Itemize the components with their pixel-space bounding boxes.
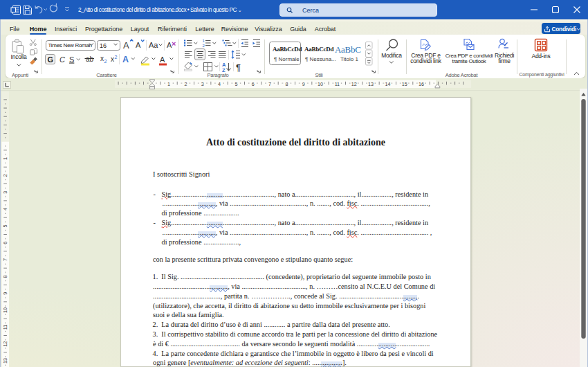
svg-text:3: 3 xyxy=(2,191,8,194)
svg-text:2: 2 xyxy=(2,174,8,177)
svg-text:11: 11 xyxy=(335,81,340,87)
svg-text:2: 2 xyxy=(184,81,187,87)
svg-text:AaBbCcDd: AaBbCcDd xyxy=(273,46,302,53)
svg-text:15: 15 xyxy=(402,81,407,87)
svg-text:4: 4 xyxy=(218,81,221,87)
svg-text:G: G xyxy=(48,55,54,64)
svg-text:1: 1 xyxy=(167,81,170,87)
svg-text:S: S xyxy=(69,55,74,64)
svg-text:x: x xyxy=(111,55,114,63)
svg-text:1: 1 xyxy=(203,39,205,43)
svg-text:9: 9 xyxy=(302,81,305,87)
svg-text:A: A xyxy=(167,41,172,49)
svg-text:10: 10 xyxy=(318,81,323,87)
svg-text:11: 11 xyxy=(2,325,8,330)
svg-text:¶ Nessuna...: ¶ Nessuna... xyxy=(305,56,336,62)
svg-text:16: 16 xyxy=(100,42,107,49)
svg-text:13: 13 xyxy=(2,358,8,364)
svg-text:Aa: Aa xyxy=(149,41,158,49)
svg-text:7: 7 xyxy=(2,258,8,261)
svg-text:3: 3 xyxy=(201,81,204,87)
svg-text:1: 1 xyxy=(2,157,8,160)
svg-text:14: 14 xyxy=(385,81,390,87)
svg-text:16: 16 xyxy=(419,81,424,87)
svg-text:13: 13 xyxy=(368,81,374,87)
svg-text:Z: Z xyxy=(222,67,226,73)
svg-text:8: 8 xyxy=(285,81,288,87)
svg-text:10: 10 xyxy=(2,307,8,313)
svg-text:12: 12 xyxy=(2,341,8,347)
svg-text:2: 2 xyxy=(115,55,118,60)
svg-text:x: x xyxy=(100,55,104,62)
svg-text:AaBbC: AaBbC xyxy=(335,44,361,55)
svg-text:8: 8 xyxy=(2,275,8,278)
svg-text:A: A xyxy=(122,55,129,64)
svg-text:A: A xyxy=(136,41,141,49)
svg-text:A: A xyxy=(160,55,165,64)
svg-text:5: 5 xyxy=(2,224,8,227)
svg-text:C: C xyxy=(59,55,65,64)
svg-text:2: 2 xyxy=(104,59,107,64)
svg-text:12: 12 xyxy=(351,81,357,87)
svg-text:7: 7 xyxy=(268,81,271,87)
svg-text:6: 6 xyxy=(2,242,8,244)
svg-text:¶ Normale: ¶ Normale xyxy=(274,56,300,62)
svg-text:6: 6 xyxy=(252,81,255,87)
svg-text:Times New Roman: Times New Roman xyxy=(48,42,92,48)
svg-text:Titolo 1: Titolo 1 xyxy=(340,56,358,62)
svg-text:2: 2 xyxy=(203,44,205,48)
svg-text:4: 4 xyxy=(2,208,8,211)
svg-text:9: 9 xyxy=(2,292,8,295)
svg-text:A: A xyxy=(123,40,129,51)
svg-text:¶: ¶ xyxy=(236,62,241,73)
svg-text:5: 5 xyxy=(235,81,237,87)
svg-text:AaBbCcDd: AaBbCcDd xyxy=(304,46,334,53)
